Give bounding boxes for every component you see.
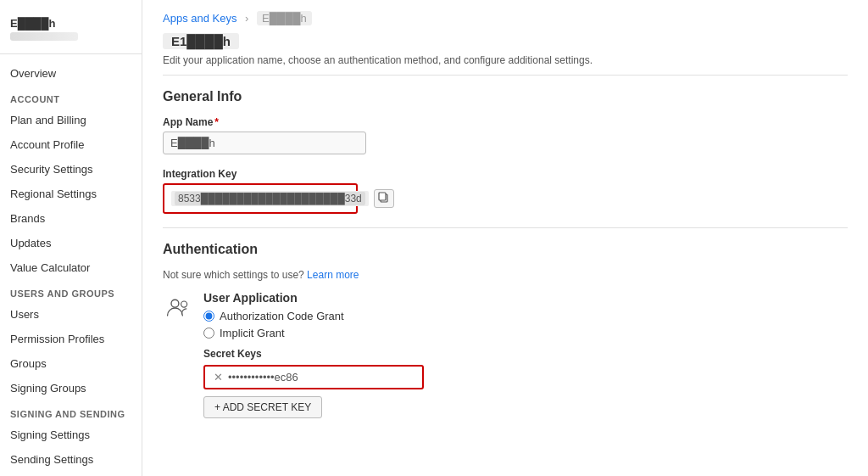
secret-key-value: ••••••••••••ec86 — [228, 371, 414, 384]
section-label-signing-sending: SIGNING AND SENDING — [0, 400, 142, 423]
sidebar-item-plan-and-billing[interactable]: Plan and Billing — [0, 108, 142, 132]
sidebar-item-identity-verification[interactable]: Identity Verification — [0, 472, 142, 476]
main-content: Apps and Keys › E████h E1████h Edit your… — [142, 0, 868, 476]
app-name-input[interactable] — [163, 132, 366, 154]
user-app-title: User Application — [203, 291, 848, 305]
sidebar-account: E████h — [0, 10, 142, 54]
integration-key-field: Integration Key 8533████████████████████… — [163, 168, 848, 214]
account-name: E████h — [10, 17, 131, 30]
svg-rect-1 — [379, 193, 386, 200]
radio-implicit-grant-label: Implicit Grant — [220, 327, 285, 339]
page-subtitle: Edit your application name, choose an au… — [142, 51, 868, 75]
app-name-field: App Name* — [163, 116, 848, 154]
user-app-row: User Application Authorization Code Gran… — [163, 291, 848, 418]
sidebar-item-signing-settings[interactable]: Signing Settings — [0, 423, 142, 447]
account-id — [10, 32, 78, 41]
page-title-row: E1████h — [142, 30, 868, 51]
sidebar-item-groups[interactable]: Groups — [0, 351, 142, 376]
breadcrumb: Apps and Keys › E████h — [142, 0, 868, 30]
sidebar-item-overview[interactable]: Overview — [0, 61, 142, 86]
radio-implicit-grant-input[interactable] — [203, 328, 214, 339]
main-layout: E████h Overview ACCOUNT Plan and Billing… — [0, 0, 868, 476]
user-app-details: User Application Authorization Code Gran… — [203, 291, 848, 418]
sidebar-item-security-settings[interactable]: Security Settings — [0, 157, 142, 182]
sidebar-item-sending-settings[interactable]: Sending Settings — [0, 447, 142, 472]
authentication-section: Authentication Not sure which settings t… — [142, 228, 868, 440]
sidebar-item-value-calculator[interactable]: Value Calculator — [0, 255, 142, 280]
copy-integration-key-button[interactable] — [374, 189, 394, 208]
auth-note: Not sure which settings to use? Learn mo… — [163, 269, 848, 281]
radio-implicit-grant[interactable]: Implicit Grant — [203, 327, 848, 339]
integration-key-box: 8533████████████████████33d — [163, 183, 358, 214]
radio-auth-code-grant-input[interactable] — [203, 311, 214, 322]
section-label-users-groups: USERS AND GROUPS — [0, 280, 142, 302]
section-label-account: ACCOUNT — [0, 86, 142, 108]
user-app-icon — [163, 293, 193, 323]
general-info-section: General Info App Name* Integration Key 8… — [142, 76, 868, 227]
sidebar-item-brands[interactable]: Brands — [0, 206, 142, 231]
app-name-label: App Name* — [163, 116, 848, 128]
breadcrumb-current: E████h — [257, 11, 312, 25]
radio-auth-code-grant-label: Authorization Code Grant — [220, 310, 344, 322]
svg-point-2 — [171, 300, 179, 307]
secret-key-remove-icon[interactable]: ✕ — [214, 371, 223, 384]
secret-key-box: ✕ ••••••••••••ec86 — [203, 365, 424, 389]
breadcrumb-separator: › — [245, 12, 248, 25]
sidebar: E████h Overview ACCOUNT Plan and Billing… — [0, 0, 142, 476]
sidebar-item-updates[interactable]: Updates — [0, 231, 142, 255]
integration-key-value: 8533████████████████████33d — [171, 191, 369, 206]
breadcrumb-link[interactable]: Apps and Keys — [163, 12, 236, 25]
learn-more-link[interactable]: Learn more — [307, 269, 359, 281]
secret-keys-label: Secret Keys — [203, 348, 848, 360]
sidebar-item-account-profile[interactable]: Account Profile — [0, 132, 142, 157]
sidebar-item-regional-settings[interactable]: Regional Settings — [0, 182, 142, 206]
sidebar-item-users[interactable]: Users — [0, 302, 142, 327]
user-group-icon — [164, 296, 192, 320]
general-info-title: General Info — [163, 89, 848, 104]
page-title: E1████h — [163, 33, 239, 49]
sidebar-item-signing-groups[interactable]: Signing Groups — [0, 376, 142, 400]
integration-key-label: Integration Key — [163, 168, 848, 180]
add-secret-key-button[interactable]: + ADD SECRET KEY — [203, 396, 322, 418]
authentication-title: Authentication — [163, 242, 848, 257]
svg-point-3 — [181, 301, 187, 307]
sidebar-item-permission-profiles[interactable]: Permission Profiles — [0, 327, 142, 351]
radio-auth-code-grant[interactable]: Authorization Code Grant — [203, 310, 848, 322]
